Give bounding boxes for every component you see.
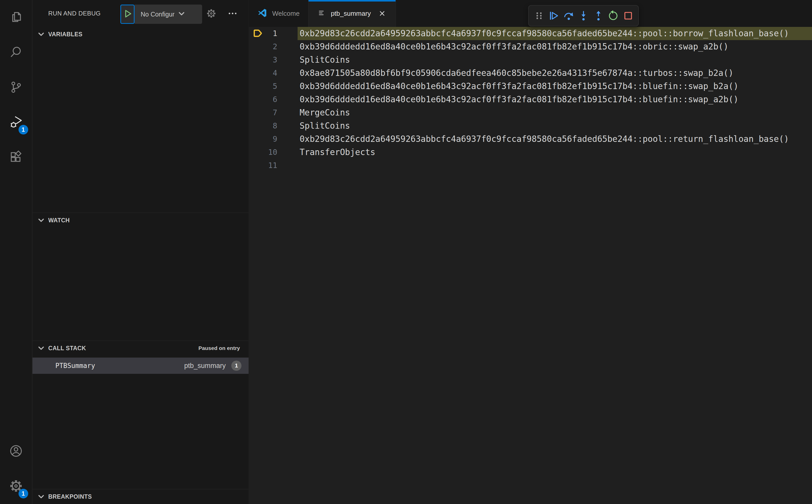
line-number: 10 (249, 146, 277, 159)
variables-section: VARIABLES (32, 27, 248, 213)
vscode-window: 1 (0, 0, 812, 504)
restart-icon[interactable] (607, 9, 620, 22)
step-out-icon[interactable] (592, 9, 605, 22)
search-icon (9, 45, 23, 60)
activity-bar: 1 (0, 0, 32, 504)
code-line[interactable]: 1 0xb29d83c26cdd2a64959263abbcfc4a6937f0… (249, 27, 812, 40)
launch-config-control: No Configur (120, 5, 202, 24)
code-line[interactable]: 8 SplitCoins (249, 119, 812, 132)
breakpoint-gutter[interactable]: 9 (249, 132, 297, 146)
code-text[interactable]: 0xb39d6dddedd16ed8a40ce0b1e6b43c92acf0ff… (297, 93, 812, 106)
line-number: 9 (249, 132, 277, 146)
variables-section-header[interactable]: VARIABLES (32, 27, 248, 42)
activity-item-settings[interactable]: 1 (0, 469, 32, 504)
code-line[interactable]: 10 TransferObjects (249, 146, 812, 159)
activity-item-search[interactable] (0, 35, 32, 70)
tab-welcome[interactable]: Welcome (249, 0, 308, 27)
launch-config-dropdown[interactable]: No Configur (135, 5, 202, 24)
call-stack-section: CALL STACK Paused on entry PTBSummary pt… (32, 341, 248, 489)
breakpoints-label: BREAKPOINTS (48, 493, 92, 500)
activity-item-explorer[interactable] (0, 0, 32, 35)
sidebar-title: RUN AND DEBUG (48, 0, 101, 27)
code-area[interactable]: 1 0xb29d83c26cdd2a64959263abbcfc4a6937f0… (249, 27, 812, 504)
code-text[interactable]: MergeCoins (297, 106, 812, 119)
stop-icon[interactable] (622, 9, 635, 22)
watch-section-header[interactable]: WATCH (32, 213, 248, 228)
line-number: 4 (249, 66, 277, 80)
code-line[interactable]: 7 MergeCoins (249, 106, 812, 119)
breakpoint-gutter[interactable]: 3 (249, 53, 297, 66)
start-debug-button[interactable] (120, 5, 135, 24)
watch-section: WATCH (32, 213, 248, 341)
tab-label: ptb_summary (331, 10, 371, 18)
breakpoints-section-header[interactable]: BREAKPOINTS (32, 489, 248, 504)
stack-frame-row[interactable]: PTBSummary ptb_summary 1 (32, 358, 248, 374)
breakpoints-section: BREAKPOINTS (32, 489, 248, 504)
code-text[interactable]: 0xb29d83c26cdd2a64959263abbcfc4a6937f0c9… (297, 27, 812, 40)
activity-item-run-and-debug[interactable]: 1 (0, 105, 32, 140)
breakpoint-gutter[interactable]: 6 (249, 93, 297, 106)
code-line[interactable]: 3 SplitCoins (249, 53, 812, 66)
chevron-down-icon (38, 345, 45, 352)
code-text[interactable]: TransferObjects (297, 146, 812, 159)
code-text[interactable]: 0x8ae871505a80d8bf6bf9c05906cda6edfeea46… (297, 66, 812, 80)
tab-ptb-summary[interactable]: ptb_summary (308, 0, 396, 27)
step-into-icon[interactable] (577, 9, 590, 22)
breakpoint-gutter[interactable]: 4 (249, 66, 297, 80)
line-number: 11 (249, 159, 277, 172)
close-icon[interactable] (377, 9, 387, 18)
breakpoint-gutter[interactable]: 11 (249, 159, 297, 172)
breakpoint-gutter[interactable]: 7 (249, 106, 297, 119)
code-line[interactable]: 5 0xb39d6dddedd16ed8a40ce0b1e6b43c92acf0… (249, 80, 812, 93)
code-text[interactable]: 0xb39d6dddedd16ed8a40ce0b1e6b43c92acf0ff… (297, 40, 812, 53)
line-number: 2 (249, 40, 277, 53)
code-line[interactable]: 4 0x8ae871505a80d8bf6bf9c05906cda6edfeea… (249, 66, 812, 80)
breakpoint-gutter[interactable]: 10 (249, 146, 297, 159)
run-and-debug-sidebar: RUN AND DEBUG No Configur (32, 0, 248, 504)
more-actions-icon[interactable] (227, 8, 238, 19)
breakpoint-gutter[interactable]: 1 (249, 27, 297, 40)
git-branch-icon (9, 80, 23, 95)
code-text[interactable]: 0xb29d83c26cdd2a64959263abbcfc4a6937f0c9… (297, 132, 812, 146)
list-icon (317, 9, 326, 18)
code-line[interactable]: 9 0xb29d83c26cdd2a64959263abbcfc4a6937f0… (249, 132, 812, 146)
debug-toolbar (528, 5, 639, 26)
code-text[interactable]: SplitCoins (297, 53, 812, 66)
code-line[interactable]: 11 (249, 159, 812, 172)
current-frame-arrow-icon (252, 28, 263, 39)
code-line[interactable]: 2 0xb39d6dddedd16ed8a40ce0b1e6b43c92acf0… (249, 40, 812, 53)
stack-frame-meta: ptb_summary 1 (184, 361, 241, 371)
line-number: 8 (249, 119, 277, 132)
line-number: 3 (249, 53, 277, 66)
activity-item-accounts[interactable] (0, 434, 32, 469)
breakpoint-gutter[interactable]: 2 (249, 40, 297, 53)
vscode-logo-icon (257, 8, 267, 19)
stack-frame-line-badge: 1 (231, 361, 241, 371)
line-number: 7 (249, 106, 277, 119)
activity-item-extensions[interactable] (0, 140, 32, 175)
tab-label: Welcome (272, 10, 299, 18)
debug-settings-gear-icon[interactable] (206, 8, 216, 19)
variables-label: VARIABLES (48, 31, 82, 38)
code-text[interactable]: 0xb39d6dddedd16ed8a40ce0b1e6b43c92acf0ff… (297, 80, 812, 93)
debug-badge: 1 (19, 125, 28, 135)
breakpoint-gutter[interactable]: 8 (249, 119, 297, 132)
account-icon (9, 444, 23, 459)
toolbar-drag-grip[interactable] (533, 9, 546, 22)
breakpoint-gutter[interactable]: 5 (249, 80, 297, 93)
stack-frame-source: ptb_summary (184, 362, 226, 370)
line-number: 6 (249, 93, 277, 106)
step-over-icon[interactable] (562, 9, 575, 22)
extensions-icon (9, 150, 23, 165)
editor-group: Welcome ptb_summary (249, 0, 812, 504)
pause-status-text: Paused on entry (198, 345, 240, 351)
continue-icon[interactable] (547, 9, 560, 22)
code-text[interactable]: SplitCoins (297, 119, 812, 132)
activity-item-source-control[interactable] (0, 70, 32, 105)
chevron-down-icon (38, 217, 45, 224)
code-text[interactable] (297, 159, 812, 172)
code-line[interactable]: 6 0xb39d6dddedd16ed8a40ce0b1e6b43c92acf0… (249, 93, 812, 106)
call-stack-section-header[interactable]: CALL STACK Paused on entry (32, 341, 248, 356)
watch-label: WATCH (48, 217, 70, 224)
sidebar-actions (206, 0, 238, 27)
